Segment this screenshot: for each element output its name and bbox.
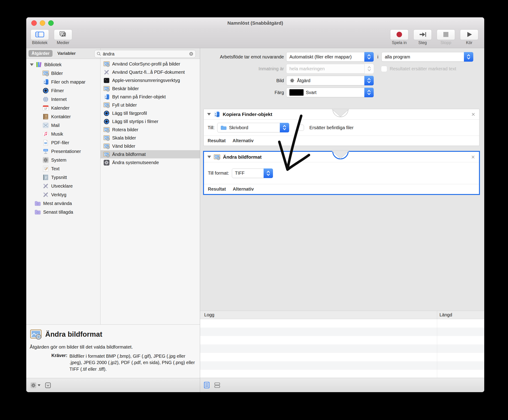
resultat-button[interactable]: Resultat: [208, 186, 226, 192]
image-value: Åtgärd: [297, 78, 310, 83]
action-item-5[interactable]: Fyll ut bilder: [100, 101, 200, 109]
sidebar-item-utvecklare[interactable]: Utvecklare: [26, 182, 100, 190]
sidebar-item-mest-anv-nda[interactable]: Mest använda: [26, 199, 100, 208]
sidebar-item-presentationer[interactable]: Presentationer: [26, 147, 100, 156]
sidebar-item-verktyg[interactable]: Verktyg: [26, 190, 100, 199]
finder-icon: [103, 94, 110, 100]
action-item-3[interactable]: Beskär bilder: [100, 84, 200, 93]
action-item-label: Vänd bilder: [112, 144, 135, 149]
close-window-button[interactable]: [31, 20, 37, 26]
destination-popup[interactable]: Skrivbord: [217, 123, 289, 133]
action-item-12[interactable]: Ändra systemutseende: [100, 158, 200, 167]
search-field[interactable]: [94, 50, 196, 58]
description-requirements: Kräver: Bildfiler i formatet BMP (.bmp),…: [30, 353, 196, 372]
sidebar-item-kontakter[interactable]: Kontakter: [26, 112, 100, 121]
popup-stepper-icon: [364, 52, 374, 62]
selection-popup-disabled: hela markeringen: [286, 64, 374, 74]
sidebar-item-label: Kontakter: [51, 114, 71, 119]
sidebar-item-typsnitt[interactable]: FTypsnitt: [26, 173, 100, 182]
action-item-2[interactable]: ›_Apple-versionsnumreringsverktyg: [100, 76, 200, 84]
terminal-icon: ›_: [103, 77, 110, 84]
action-block-kopiera-finder-objekt[interactable]: Kopiera Finder-objekt Till: Skrivbord: [203, 109, 479, 146]
toolbar-button-label: Medier: [57, 40, 69, 45]
sidebar-item-bibliotek[interactable]: Bibliotek: [26, 60, 100, 69]
toolbar-button-label: Spela in: [392, 40, 407, 45]
pdf-icon: [42, 139, 49, 146]
sidebar-item-mail[interactable]: Mail: [26, 121, 100, 130]
color-popup[interactable]: Svart: [286, 88, 374, 97]
run-icon: [464, 31, 474, 39]
music-icon: [42, 131, 49, 137]
action-block-andra-bildformat[interactable]: Ändra bildformat Till format: TIFF Resul…: [203, 151, 480, 195]
action-menu-button[interactable]: [30, 382, 40, 389]
in-label: i: [377, 54, 378, 59]
alternativ-button[interactable]: Alternativ: [232, 138, 254, 143]
right-bottom-toolbar: [200, 378, 484, 392]
tab-variabler[interactable]: Variabler: [54, 50, 79, 57]
sidebar-item-musik[interactable]: Musik: [26, 130, 100, 138]
action-item-label: Ändra systemutseende: [112, 160, 159, 165]
sidebar-item-bilder[interactable]: Bilder: [26, 69, 100, 78]
sidebar-item-text[interactable]: Text: [26, 164, 100, 173]
minimize-window-button[interactable]: [40, 20, 45, 26]
action-item-label: Lägg till färgprofil: [112, 111, 147, 116]
action-item-label: Använd Quartz-fi...å PDF-dokument: [112, 70, 185, 75]
toolbar-button-run: Kör: [460, 29, 478, 48]
format-popup[interactable]: TIFF: [232, 169, 273, 178]
stop-button[interactable]: [437, 29, 455, 40]
sidebar-item-label: Verktyg: [51, 192, 67, 198]
clear-search-icon[interactable]: [189, 51, 194, 56]
insert-panel-button[interactable]: [45, 382, 51, 389]
sidebar-item-pdf-filer[interactable]: PDF-filer: [26, 138, 100, 147]
sidebar-item-filer-och-mappar[interactable]: Filer och mappar: [26, 78, 100, 86]
zoom-window-button[interactable]: [48, 20, 54, 26]
sidebar-item-senast-tillagda[interactable]: Senast tillagda: [26, 208, 100, 216]
sidebar-item-system[interactable]: System: [26, 156, 100, 164]
action-description-panel: Ändra bildformat Åtgärden gör om bilder …: [26, 324, 200, 378]
action-item-10[interactable]: Vänd bilder: [100, 142, 200, 150]
disclosure-triangle-icon[interactable]: [207, 156, 211, 158]
sidebar-item-label: PDF-filer: [51, 140, 69, 145]
action-item-1[interactable]: Använd Quartz-fi...å PDF-dokument: [100, 68, 200, 76]
sidebar-item-internet[interactable]: Internet: [26, 95, 100, 104]
disclosure-triangle-icon[interactable]: [30, 63, 34, 66]
sidebar-item-filmer[interactable]: Filmer: [26, 86, 100, 95]
action-item-7[interactable]: Lägg till styrtips i filmer: [100, 117, 200, 125]
sidebar-item-kalender[interactable]: 17Kalender: [26, 104, 100, 112]
toolbar-button-stop: Stopp: [436, 29, 455, 48]
folder-icon: [220, 125, 227, 130]
variables-view-button[interactable]: [214, 381, 221, 389]
sidebar-item-label: Presentationer: [51, 149, 81, 154]
search-input[interactable]: [103, 51, 189, 57]
step-button[interactable]: [413, 29, 432, 40]
run-button[interactable]: [460, 29, 478, 40]
action-item-11[interactable]: Ändra bildformat: [100, 150, 200, 158]
quicktime-icon: [42, 87, 49, 94]
sidebar-button[interactable]: [31, 29, 49, 40]
image-popup[interactable]: Åtgärd: [286, 76, 374, 85]
close-icon[interactable]: [471, 155, 476, 160]
library-icon: [35, 61, 42, 68]
action-item-9[interactable]: Skala bilder: [100, 134, 200, 142]
log-view-button[interactable]: [203, 381, 210, 389]
replace-files-checkbox[interactable]: [298, 125, 304, 131]
media-button[interactable]: [54, 29, 72, 40]
record-button[interactable]: [390, 29, 408, 40]
close-icon[interactable]: [471, 112, 476, 117]
disclosure-triangle-icon[interactable]: [207, 113, 211, 116]
block-header: Kopiera Finder-objekt: [204, 109, 479, 120]
action-item-6[interactable]: Lägg till färgprofil: [100, 109, 200, 117]
tab-atgarder[interactable]: Åtgärder: [29, 50, 52, 57]
action-item-4[interactable]: Byt namn på Finder-objekt: [100, 93, 200, 101]
action-item-label: Lägg till styrtips i filmer: [112, 119, 158, 124]
action-gear-icon: [289, 78, 295, 83]
screen: Namnlöst (Snabbåtgärd) BibliotekMedier S…: [0, 0, 508, 420]
action-item-8[interactable]: Rotera bilder: [100, 125, 200, 134]
input-type-popup[interactable]: Automatiskt (filer eller mappar): [286, 52, 374, 62]
application-popup[interactable]: alla program: [381, 52, 473, 62]
action-item-0[interactable]: Använd ColorSync-profil på bilder: [100, 60, 200, 68]
media-icon: [58, 31, 68, 39]
requires-label: Kräver:: [30, 353, 67, 372]
resultat-button[interactable]: Resultat: [208, 138, 226, 143]
alternativ-button[interactable]: Alternativ: [233, 186, 254, 192]
